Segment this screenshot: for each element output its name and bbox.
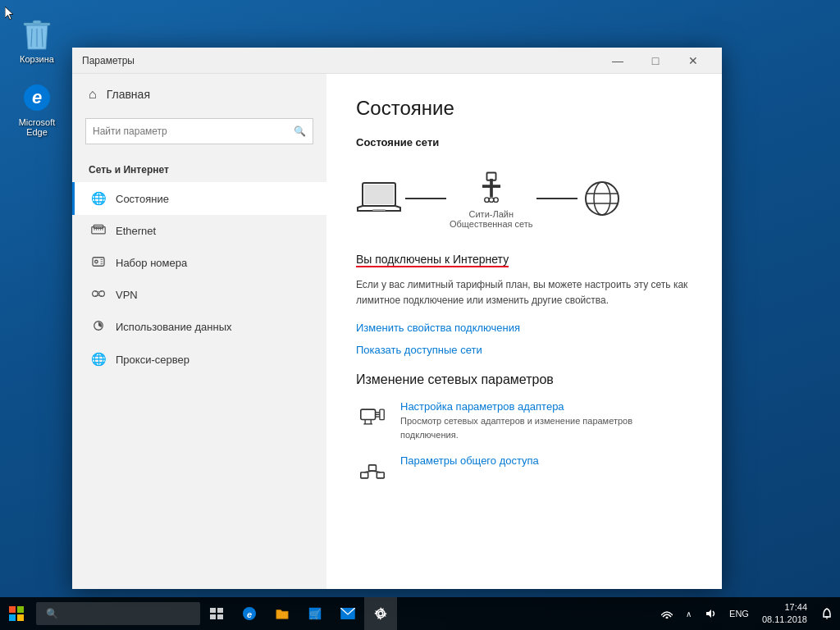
svg-point-34: [586, 182, 619, 215]
system-clock[interactable]: 17:44 08.11.2018: [756, 601, 814, 627]
show-available-networks-link[interactable]: Показать доступные сети: [356, 344, 692, 356]
status-icon: 🌐: [91, 191, 106, 206]
settings-taskbar-button[interactable]: [364, 597, 397, 630]
close-button[interactable]: ✕: [674, 48, 712, 74]
svg-rect-27: [372, 209, 386, 211]
sidebar-item-data-usage-label: Использование данных: [116, 321, 232, 333]
taskbar-search-icon: 🔍: [46, 608, 58, 619]
clock-time: 17:44: [784, 601, 807, 614]
desktop: Корзина e Microsoft Edge Параметры — □ ✕: [0, 0, 840, 630]
svg-rect-54: [17, 614, 24, 621]
laptop-node: [356, 180, 402, 217]
network-diagram: Сити-Лайн Общественная сеть: [356, 162, 692, 235]
sidebar-section-title: Сеть и Интернет: [72, 158, 326, 182]
ethernet-icon: [91, 224, 106, 238]
adapter-settings-item[interactable]: Настройка параметров адаптера Просмотр с…: [356, 400, 692, 441]
sidebar-item-vpn[interactable]: VPN: [72, 279, 326, 311]
svg-rect-57: [210, 614, 216, 619]
svg-rect-26: [364, 185, 394, 204]
svg-rect-1: [33, 21, 41, 24]
svg-point-31: [485, 198, 490, 203]
vpn-icon: [91, 288, 106, 302]
sidebar: ⌂ Главная 🔍 Сеть и Интернет 🌐 Состояние: [72, 74, 326, 589]
svg-line-50: [372, 471, 381, 472]
taskbar-left: 🔍 e: [0, 597, 397, 630]
svg-rect-56: [217, 608, 223, 613]
notification-button[interactable]: [814, 597, 840, 630]
sidebar-item-ethernet[interactable]: Ethernet: [72, 215, 326, 247]
change-settings-heading: Изменение сетевых параметров: [356, 372, 692, 387]
sidebar-search-box[interactable]: 🔍: [85, 118, 313, 144]
sidebar-item-dialup[interactable]: Набор номера: [72, 247, 326, 279]
svg-line-49: [364, 471, 372, 472]
sidebar-search-input[interactable]: [93, 126, 294, 137]
svg-point-64: [378, 611, 382, 615]
mail-taskbar-button[interactable]: [331, 597, 364, 630]
network-sys-icon[interactable]: [655, 597, 679, 630]
page-title: Состояние: [356, 97, 692, 120]
sharing-settings-title[interactable]: Параметры общего доступа: [400, 454, 539, 467]
task-view-button[interactable]: [200, 597, 233, 630]
window-title: Параметры: [82, 55, 599, 66]
sidebar-item-proxy[interactable]: 🌐 Прокси-сервер: [72, 343, 326, 376]
svg-rect-53: [9, 614, 16, 621]
clock-date: 08.11.2018: [762, 614, 807, 626]
svg-rect-52: [17, 606, 24, 613]
svg-rect-38: [361, 409, 376, 419]
volume-sys-icon[interactable]: [698, 597, 723, 630]
content-area: Состояние Состояние сети: [326, 74, 722, 589]
router-node: Сити-Лайн Общественная сеть: [450, 168, 533, 229]
svg-rect-47: [369, 465, 377, 471]
network-line-2: [536, 198, 578, 199]
edge-icon[interactable]: e Microsoft Edge: [8, 78, 66, 140]
internet-node: [581, 179, 623, 218]
svg-text:e: e: [247, 609, 252, 619]
svg-point-19: [93, 291, 98, 297]
chevron-sys[interactable]: ∧: [679, 597, 698, 630]
maximize-button[interactable]: □: [637, 48, 674, 74]
svg-rect-58: [217, 614, 223, 619]
window-titlebar: Параметры — □ ✕: [72, 48, 722, 74]
svg-rect-46: [361, 472, 368, 478]
minimize-button[interactable]: —: [599, 48, 637, 74]
svg-text:🛒: 🛒: [309, 609, 322, 620]
window-body: ⌂ Главная 🔍 Сеть и Интернет 🌐 Состояние: [72, 74, 722, 589]
settings-window: Параметры — □ ✕ ⌂ Главная 🔍 Сеть и Интер…: [72, 48, 722, 589]
proxy-icon: 🌐: [91, 352, 106, 367]
search-icon: 🔍: [294, 126, 306, 137]
store-taskbar-button[interactable]: 🛒: [299, 597, 331, 630]
sidebar-item-data-usage[interactable]: Использование данных: [72, 311, 326, 343]
data-usage-icon: [91, 320, 106, 334]
sharing-settings-item[interactable]: Параметры общего доступа: [356, 454, 692, 487]
svg-point-15: [95, 260, 98, 263]
edge-label: Microsoft Edge: [19, 117, 56, 137]
explorer-taskbar-button[interactable]: [266, 597, 299, 630]
adapter-settings-text: Настройка параметров адаптера Просмотр с…: [400, 400, 692, 441]
sidebar-item-dialup-label: Набор номера: [116, 257, 187, 269]
adapter-icon: [356, 400, 389, 433]
sidebar-home-button[interactable]: ⌂ Главная: [72, 74, 326, 115]
recycle-bin-image: [21, 18, 53, 51]
edge-taskbar-button[interactable]: e: [233, 597, 266, 630]
sidebar-item-status[interactable]: 🌐 Состояние: [72, 182, 326, 215]
adapter-settings-desc: Просмотр сетевых адаптеров и изменение п…: [400, 414, 692, 441]
recycle-bin-icon[interactable]: Корзина: [8, 15, 66, 67]
network-line-1: [405, 198, 446, 199]
change-connection-properties-link[interactable]: Изменить свойства подключения: [356, 322, 692, 334]
lang-indicator[interactable]: ENG: [723, 597, 756, 630]
taskbar-right: ∧ ENG 17:44 08.11.2018: [655, 597, 840, 630]
adapter-settings-title[interactable]: Настройка параметров адаптера: [400, 400, 692, 413]
svg-text:e: e: [32, 87, 42, 107]
home-icon: ⌂: [89, 87, 97, 102]
status-description: Если у вас лимитный тарифный план, вы мо…: [356, 277, 692, 308]
sharing-icon: [356, 454, 389, 487]
sidebar-item-ethernet-label: Ethernet: [116, 225, 156, 237]
taskbar: 🔍 e: [0, 597, 840, 630]
network-status-heading: Состояние сети: [356, 136, 692, 148]
sidebar-item-vpn-label: VPN: [116, 289, 138, 301]
taskbar-search[interactable]: 🔍: [36, 602, 200, 625]
start-button[interactable]: [0, 597, 33, 630]
svg-point-32: [489, 198, 494, 203]
svg-point-20: [99, 291, 105, 297]
dialup-icon: [91, 256, 106, 270]
